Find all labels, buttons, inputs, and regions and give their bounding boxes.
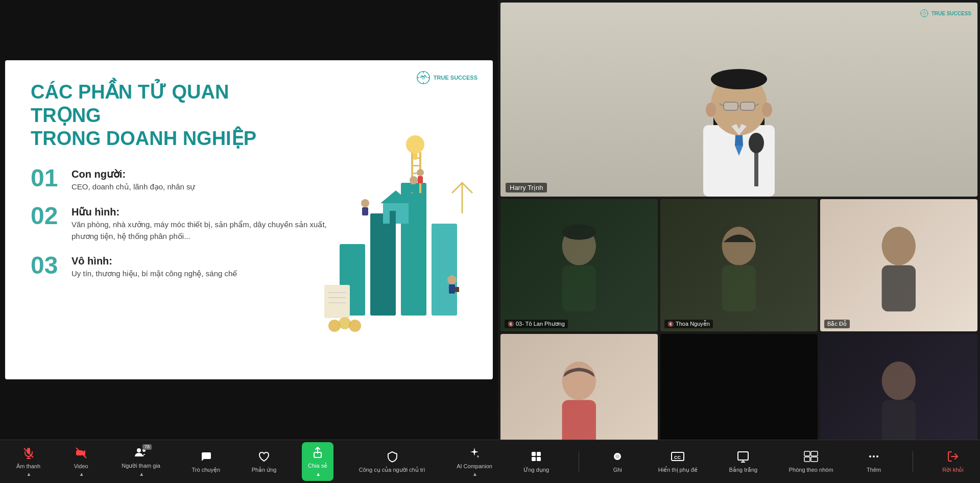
video-tile-4: 🔇 Phương Linh	[500, 334, 658, 440]
whiteboard-button[interactable]: Bảng trắng	[723, 446, 764, 477]
main-area: TRUE SUCCESS CÁC PHẦN TỬ QUAN TRỌNGTRONG…	[0, 0, 980, 440]
video-tile-6: Tran Nguyet	[820, 334, 977, 440]
svg-point-51	[762, 103, 772, 117]
record-icon	[611, 450, 624, 465]
toolbar-divider	[579, 451, 579, 472]
apps-button[interactable]: Ứng dụng	[517, 446, 555, 477]
svg-point-68	[882, 361, 916, 400]
record-button[interactable]: Ghi	[602, 446, 633, 477]
more-button[interactable]: Thêm	[858, 446, 889, 477]
video-label: Video	[74, 463, 88, 469]
microphone-muted-icon	[22, 447, 35, 461]
svg-rect-18	[411, 184, 417, 192]
main-speaker-video: TRUE SUCCESS Harry Trịnh	[500, 3, 977, 197]
leave-button[interactable]: Rời khỏi	[936, 446, 970, 477]
host-tools-label: Công cụ của người chủ trì	[359, 467, 425, 473]
chat-button[interactable]: Trò chuyện	[186, 446, 227, 477]
svg-point-92	[615, 454, 619, 458]
svg-rect-90	[537, 457, 541, 461]
slide-item-2: 02 Hữu hình: Văn phòng, nhà xưởng, máy m…	[31, 204, 327, 242]
slide-number-2: 02	[31, 204, 71, 228]
svg-rect-69	[882, 400, 916, 440]
svg-rect-63	[722, 265, 756, 311]
slide-item-title-2: Hữu hình:	[71, 206, 327, 218]
svg-rect-87	[532, 452, 536, 456]
svg-point-17	[410, 176, 418, 184]
apps-icon	[530, 450, 542, 465]
true-success-badge: TRUE SUCCESS	[920, 9, 971, 18]
participants-badge: 78	[142, 444, 152, 450]
svg-point-105	[876, 455, 878, 457]
main-speaker: TRUE SUCCESS Harry Trịnh	[500, 3, 977, 197]
svg-rect-43	[724, 102, 738, 110]
slide-logo: TRUE SUCCESS	[416, 70, 477, 85]
ai-companion-chevron[interactable]: ▲	[472, 471, 477, 477]
svg-rect-95	[738, 452, 748, 460]
more-icon	[868, 450, 880, 465]
svg-rect-61	[562, 265, 596, 311]
svg-point-28	[328, 320, 341, 332]
badge-text: TRUE SUCCESS	[931, 11, 971, 16]
video-muted-icon	[75, 447, 87, 461]
slide-item-1: 01 Con người: CEO, doanh chủ, lãnh đạo, …	[31, 166, 327, 193]
svg-rect-22	[362, 207, 368, 215]
captions-button[interactable]: CC Hiển thị phụ đề	[652, 446, 704, 477]
ai-companion-button[interactable]: AI Companion ▲	[450, 443, 498, 481]
breakout-icon	[804, 450, 818, 465]
breakout-button[interactable]: Phòng theo nhóm	[783, 446, 840, 477]
audio-button[interactable]: Âm thanh ▲	[10, 443, 46, 481]
svg-point-50	[706, 103, 716, 117]
svg-rect-7	[370, 213, 396, 316]
chat-icon	[200, 450, 212, 465]
ai-companion-label: AI Companion	[457, 463, 492, 469]
share-button[interactable]: Chia sẻ ▲	[302, 442, 333, 481]
captions-icon: CC	[671, 450, 685, 465]
participants-chevron[interactable]: ▲	[139, 471, 144, 477]
svg-rect-36	[390, 211, 396, 224]
breakout-label: Phòng theo nhóm	[789, 467, 833, 473]
main-speaker-name: Harry Trịnh	[506, 183, 547, 192]
host-tools-button[interactable]: Công cụ của người chủ trì	[353, 446, 432, 477]
apps-label: Ứng dụng	[523, 467, 549, 473]
audio-chevron[interactable]: ▲	[27, 471, 32, 477]
record-label: Ghi	[613, 467, 622, 473]
whiteboard-icon	[737, 450, 749, 465]
svg-rect-32	[449, 284, 455, 294]
slide-item-desc-1: CEO, doanh chủ, lãnh đạo, nhân sự	[71, 181, 195, 193]
svg-point-31	[447, 275, 457, 284]
share-chevron[interactable]: ▲	[316, 471, 321, 477]
svg-rect-102	[811, 457, 818, 462]
video-button[interactable]: Video ▲	[66, 443, 97, 481]
svg-rect-99	[804, 451, 810, 456]
video-chevron[interactable]: ▲	[79, 471, 84, 477]
chat-label: Trò chuyện	[192, 467, 221, 473]
svg-point-54	[923, 12, 925, 15]
more-label: Thêm	[867, 467, 881, 473]
video-grid-top: 🔇 03- Tô Lan Phương 🔇 Thoa Nguyễn	[500, 199, 977, 440]
reactions-label: Phản ứng	[252, 467, 277, 473]
participants-icon: 78	[134, 446, 148, 461]
participants-button[interactable]: 78 Người tham gia ▲	[115, 442, 166, 481]
slide-item-desc-3: Uy tín, thương hiệu, bí mật công nghệ, s…	[71, 268, 237, 280]
svg-point-19	[417, 169, 424, 176]
slide-logo-text: TRUE SUCCESS	[434, 75, 477, 81]
slide-illustration	[319, 101, 483, 336]
svg-point-62	[722, 227, 756, 265]
svg-point-60	[562, 224, 596, 239]
svg-text:CC: CC	[674, 455, 681, 460]
video-panel: TRUE SUCCESS Harry Trịnh 🔇 03- Tô Lan Ph…	[498, 0, 980, 440]
video-tile-5: 🔇 tronglq	[660, 334, 818, 440]
svg-rect-13	[411, 165, 421, 166]
svg-point-16	[406, 135, 424, 154]
reactions-button[interactable]: Phản ứng	[246, 446, 283, 477]
share-icon	[312, 446, 324, 461]
slide-number-3: 03	[31, 253, 71, 278]
svg-rect-88	[537, 452, 541, 456]
svg-point-30	[349, 320, 361, 332]
toolbar-divider-2	[913, 451, 913, 472]
video-tile-name-1: 🔇 03- Tô Lan Phương	[505, 320, 568, 328]
svg-rect-44	[740, 102, 755, 110]
svg-point-66	[562, 361, 596, 400]
svg-point-64	[882, 227, 916, 265]
slide-panel: TRUE SUCCESS CÁC PHẦN TỬ QUAN TRỌNGTRONG…	[0, 0, 498, 440]
